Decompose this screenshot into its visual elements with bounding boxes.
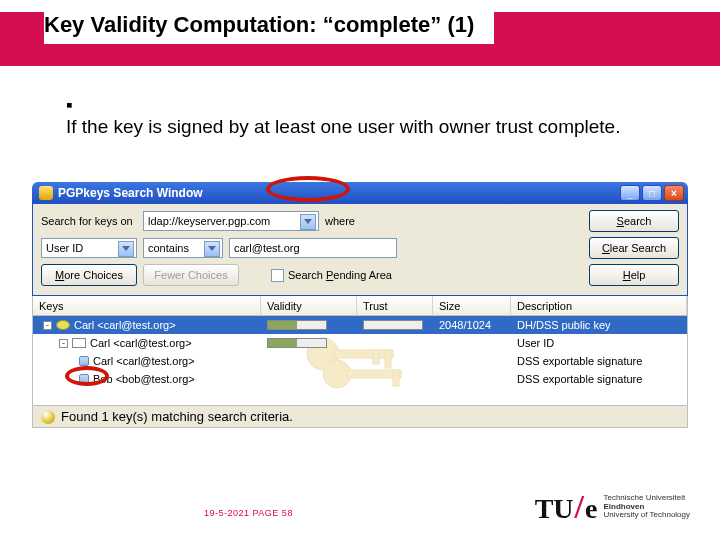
row-label: Bob <bob@test.org> bbox=[93, 373, 195, 385]
status-bar: Found 1 key(s) matching search criteria. bbox=[32, 406, 688, 428]
bullet-text: If the key is signed by at least one use… bbox=[66, 116, 658, 138]
row-size: 2048/1024 bbox=[433, 319, 511, 331]
fewer-choices-button: Fewer Choices bbox=[143, 264, 239, 286]
field-value: User ID bbox=[46, 242, 83, 254]
window-title: PGPkeys Search Window bbox=[58, 186, 203, 200]
maximize-button[interactable]: □ bbox=[642, 185, 662, 201]
column-headers: Keys Validity Trust Size Description bbox=[32, 296, 688, 316]
svg-rect-2 bbox=[385, 350, 391, 368]
key-icon bbox=[56, 320, 70, 330]
search-toolbar: Search for keys on ldap://keyserver.pgp.… bbox=[32, 204, 688, 296]
col-validity[interactable]: Validity bbox=[261, 296, 357, 315]
svg-rect-1 bbox=[333, 350, 393, 358]
logo-tu: TU bbox=[535, 493, 574, 525]
col-description[interactable]: Description bbox=[511, 296, 687, 315]
more-choices-button[interactable]: More Choices bbox=[41, 264, 137, 286]
envelope-icon bbox=[72, 338, 86, 348]
search-button[interactable]: Search bbox=[589, 210, 679, 232]
title-bar[interactable]: PGPkeys Search Window _ □ × bbox=[32, 182, 688, 204]
server-value: ldap://keyserver.pgp.com bbox=[148, 215, 270, 227]
validity-bar bbox=[267, 320, 327, 330]
checkbox-icon[interactable] bbox=[271, 269, 284, 282]
where-label: where bbox=[325, 215, 355, 227]
trust-bar bbox=[363, 320, 423, 330]
svg-rect-3 bbox=[373, 350, 379, 364]
app-icon bbox=[39, 186, 53, 200]
row-desc: DSS exportable signature bbox=[511, 355, 687, 367]
query-value: carl@test.org bbox=[234, 242, 300, 254]
validity-bar bbox=[267, 338, 327, 348]
op-value: contains bbox=[148, 242, 189, 254]
row-label: Carl <carl@test.org> bbox=[93, 355, 195, 367]
status-icon bbox=[41, 410, 55, 424]
key-tree[interactable]: - Carl <carl@test.org> 2048/1024 DH/DSS … bbox=[32, 316, 688, 406]
logo-line3: University of Technology bbox=[603, 511, 690, 519]
slide-footer: 19-5-2021 PAGE 58 bbox=[204, 508, 293, 518]
svg-rect-6 bbox=[393, 370, 399, 386]
clear-search-button[interactable]: Clear Search bbox=[589, 237, 679, 259]
row-label: Carl <carl@test.org> bbox=[74, 319, 176, 331]
close-button[interactable]: × bbox=[664, 185, 684, 201]
op-dropdown[interactable]: contains bbox=[143, 238, 223, 258]
field-dropdown[interactable]: User ID bbox=[41, 238, 137, 258]
search-on-label: Search for keys on bbox=[41, 215, 137, 227]
server-dropdown[interactable]: ldap://keyserver.pgp.com bbox=[143, 211, 319, 231]
bullet-point: ▪ If the key is signed by at least one u… bbox=[66, 94, 680, 138]
slide-title: Key Validity Computation: “complete” (1) bbox=[44, 6, 494, 44]
row-desc: DH/DSS public key bbox=[511, 319, 687, 331]
pgpkeys-window: PGPkeys Search Window _ □ × Search for k… bbox=[32, 182, 688, 428]
expander-icon[interactable]: - bbox=[43, 321, 52, 330]
expander-icon[interactable]: - bbox=[59, 339, 68, 348]
row-desc: DSS exportable signature bbox=[511, 373, 687, 385]
row-label: Carl <carl@test.org> bbox=[90, 337, 192, 349]
row-desc: User ID bbox=[511, 337, 687, 349]
logo-e: e bbox=[585, 493, 597, 525]
col-size[interactable]: Size bbox=[433, 296, 511, 315]
signature-icon bbox=[79, 356, 89, 366]
signature-icon bbox=[79, 374, 89, 384]
help-button[interactable]: Help bbox=[589, 264, 679, 286]
minimize-button[interactable]: _ bbox=[620, 185, 640, 201]
pending-checkbox[interactable]: Search Pending Area bbox=[271, 269, 392, 282]
tu-eindhoven-logo: TU / e Technische Universiteit Eindhoven… bbox=[535, 488, 690, 526]
col-trust[interactable]: Trust bbox=[357, 296, 433, 315]
status-text: Found 1 key(s) matching search criteria. bbox=[61, 409, 293, 424]
col-keys[interactable]: Keys bbox=[33, 296, 261, 315]
query-input[interactable]: carl@test.org bbox=[229, 238, 397, 258]
